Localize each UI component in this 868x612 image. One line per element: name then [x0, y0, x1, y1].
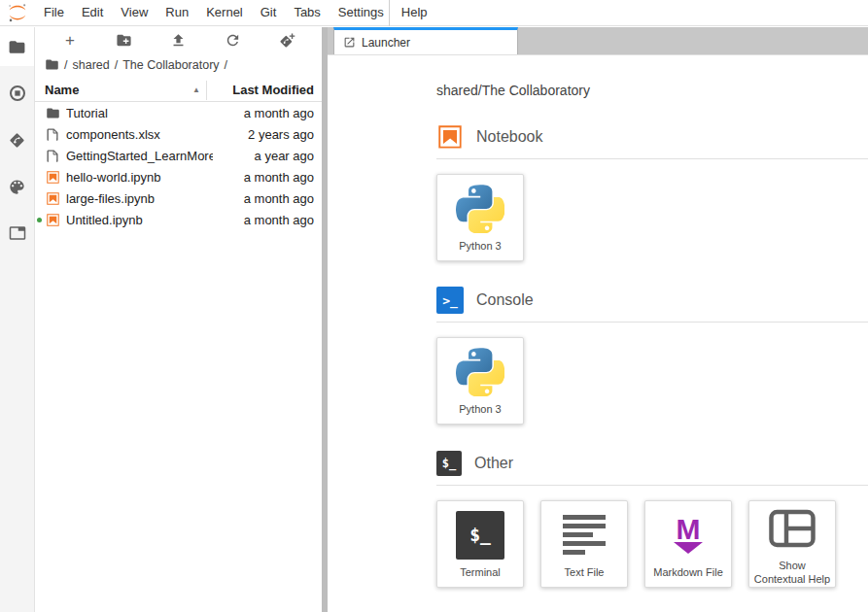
- file-row-components[interactable]: components.xlsx 2 years ago: [35, 123, 322, 145]
- card-label: Terminal: [457, 565, 503, 579]
- section-label: Notebook: [476, 128, 543, 146]
- sidebar-item-commands[interactable]: [0, 167, 34, 206]
- sort-ascending-icon: ▲: [192, 85, 200, 94]
- sidebar-item-open-tabs[interactable]: [0, 214, 34, 253]
- refresh-button[interactable]: [218, 29, 247, 52]
- launcher-card-notebook-python3[interactable]: Python 3: [436, 174, 524, 261]
- file-list: Tutorial a month ago components.xlsx 2 y…: [35, 102, 322, 230]
- file-icon: [45, 149, 60, 162]
- launcher-card-contextual-help[interactable]: Show Contextual Help: [748, 500, 836, 588]
- section-divider: [436, 485, 868, 486]
- main-area: Launcher shared/The Collaboratory Notebo…: [328, 27, 868, 612]
- file-name: Tutorial: [66, 106, 213, 120]
- launcher-section-console: >_ Console Python 3: [436, 287, 868, 425]
- card-label: Python 3: [456, 402, 503, 416]
- sidebar-item-running-sessions[interactable]: [0, 74, 34, 113]
- tab-launcher[interactable]: Launcher: [333, 27, 518, 54]
- menu-git[interactable]: Git: [252, 0, 286, 26]
- git-clone-icon: [278, 32, 295, 50]
- breadcrumb-home-icon[interactable]: [45, 57, 59, 72]
- menu-view[interactable]: View: [112, 0, 156, 26]
- section-label: Console: [476, 291, 534, 309]
- file-row-tutorial[interactable]: Tutorial a month ago: [35, 102, 322, 123]
- new-folder-button[interactable]: [110, 29, 139, 52]
- file-modified: a month ago: [213, 170, 322, 185]
- file-row-large-files[interactable]: large-files.ipynb a month ago: [35, 187, 322, 209]
- breadcrumb-part-collaboratory[interactable]: The Collaboratory: [122, 58, 219, 72]
- file-icon: [45, 127, 60, 141]
- new-launcher-button[interactable]: +: [55, 29, 85, 52]
- terminal-icon: $_: [456, 511, 504, 560]
- column-header-name[interactable]: Name ▲: [35, 83, 206, 97]
- launcher-panel: shared/The Collaboratory Notebook: [328, 54, 868, 612]
- card-label: Text File: [562, 565, 608, 579]
- plus-icon: +: [65, 32, 75, 49]
- menu-kernel[interactable]: Kernel: [197, 0, 252, 26]
- jupyter-logo-icon: [0, 2, 35, 23]
- menu-divider: [389, 0, 390, 26]
- section-header: >_ Console: [436, 287, 868, 314]
- file-row-hello-world[interactable]: hello-world.ipynb a month ago: [35, 166, 322, 187]
- section-label: Other: [474, 455, 513, 472]
- sidebar-item-file-browser[interactable]: [0, 27, 34, 66]
- card-row: $_ Terminal Text File: [436, 500, 868, 588]
- notebook-icon: [436, 123, 464, 151]
- card-label: Show Contextual Help: [749, 559, 835, 587]
- python-icon: [456, 346, 504, 398]
- column-header-last-modified[interactable]: Last Modified: [207, 83, 322, 97]
- file-row-untitled[interactable]: Untitled.ipynb a month ago: [35, 209, 322, 230]
- tab-bar: Launcher: [328, 27, 868, 54]
- launcher-card-terminal[interactable]: $_ Terminal: [436, 500, 524, 588]
- file-modified: a year ago: [213, 149, 322, 163]
- sidebar-item-git[interactable]: [0, 120, 34, 159]
- breadcrumb: / shared / The Collaboratory /: [35, 53, 322, 76]
- launcher-section-notebook: Notebook: [436, 123, 868, 261]
- palette-icon: [8, 178, 26, 196]
- card-row: Python 3: [436, 337, 868, 425]
- file-name: components.xlsx: [66, 127, 213, 142]
- file-modified: a month ago: [213, 191, 322, 206]
- menu-bar: File Edit View Run Kernel Git Tabs Setti…: [0, 0, 868, 26]
- tab-icon: [9, 224, 26, 242]
- section-divider: [436, 322, 868, 323]
- menu-edit[interactable]: Edit: [73, 0, 112, 26]
- file-modified: a month ago: [213, 106, 322, 120]
- breadcrumb-part-shared[interactable]: shared: [72, 58, 109, 72]
- breadcrumb-separator: /: [225, 58, 227, 72]
- launcher-card-text-file[interactable]: Text File: [540, 500, 628, 588]
- tab-label: Launcher: [362, 36, 410, 50]
- file-row-gettingstarted[interactable]: GettingStarted_LearnMore.... a year ago: [35, 145, 322, 166]
- file-browser-toolbar: +: [35, 27, 322, 53]
- refresh-icon: [225, 32, 241, 49]
- launcher-card-markdown-file[interactable]: M Markdown File: [644, 500, 732, 588]
- menu-help[interactable]: Help: [393, 0, 436, 26]
- launcher-card-console-python3[interactable]: Python 3: [436, 337, 524, 425]
- file-modified: a month ago: [213, 213, 322, 227]
- name-column-label: Name: [45, 83, 79, 97]
- markdown-icon: M: [674, 517, 703, 555]
- running-sessions-icon: [8, 84, 27, 103]
- notebook-icon: [45, 191, 60, 206]
- upload-button[interactable]: [163, 29, 192, 52]
- upload-icon: [170, 32, 187, 49]
- file-name: hello-world.ipynb: [66, 170, 213, 185]
- menu-settings[interactable]: Settings: [330, 0, 393, 26]
- section-divider: [436, 158, 868, 159]
- git-icon: [8, 131, 26, 150]
- console-icon: >_: [436, 287, 464, 314]
- section-header: $_ Other: [436, 450, 868, 477]
- menu-file[interactable]: File: [35, 0, 73, 26]
- launcher-icon: [343, 36, 356, 49]
- menu-tabs[interactable]: Tabs: [285, 0, 329, 26]
- activity-sidebar: [0, 27, 35, 612]
- breadcrumb-separator: /: [64, 58, 67, 72]
- section-header: Notebook: [436, 123, 868, 151]
- menu-run[interactable]: Run: [156, 0, 197, 26]
- file-list-header: Name ▲ Last Modified: [35, 79, 322, 102]
- file-browser-panel: +: [35, 27, 322, 612]
- python-icon: [456, 183, 504, 235]
- notebook-icon: [45, 213, 60, 227]
- file-modified: 2 years ago: [213, 127, 322, 142]
- text-file-icon: [563, 515, 606, 555]
- git-clone-button[interactable]: [272, 29, 301, 52]
